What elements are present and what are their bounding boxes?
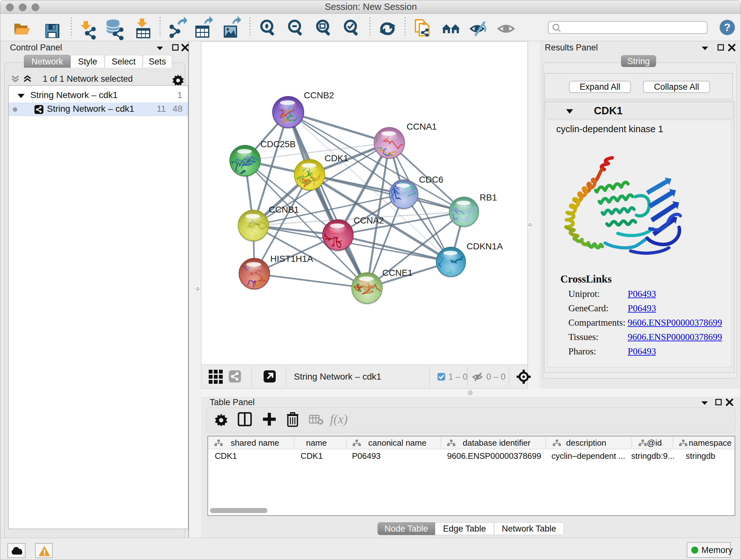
svg-text:HIST1H1A: HIST1H1A <box>270 254 313 264</box>
svg-text:RB1: RB1 <box>480 192 497 202</box>
svg-text:CCNA1: CCNA1 <box>407 122 437 132</box>
svg-text:CCNB2: CCNB2 <box>304 90 334 100</box>
svg-text:CDK1: CDK1 <box>325 153 348 163</box>
svg-text:CCNE1: CCNE1 <box>382 268 413 278</box>
svg-text:CDKN1A: CDKN1A <box>467 241 503 251</box>
svg-text:CDC6: CDC6 <box>419 175 443 185</box>
svg-text:CDC25B: CDC25B <box>260 139 295 149</box>
svg-text:CCNA2: CCNA2 <box>354 215 384 226</box>
svg-text:?: ? <box>724 21 731 33</box>
svg-text:CCNB1: CCNB1 <box>269 205 299 214</box>
